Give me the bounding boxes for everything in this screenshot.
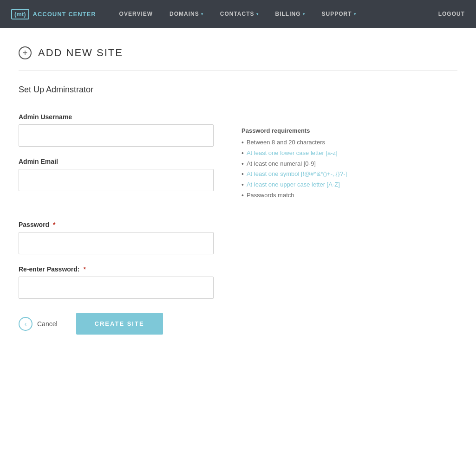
nav-label-domains: DOMAINS xyxy=(170,11,199,17)
pw-requirements-title: Password requirements xyxy=(241,127,457,134)
pw-req-text: At least one numeral [0-9] xyxy=(247,160,316,167)
page-title: ADD NEW SITE xyxy=(38,47,123,59)
form-left: Admin Username Admin Email Password * xyxy=(19,113,214,335)
pw-req-item: At least one upper case letter [A-Z] xyxy=(241,181,457,189)
pw-req-text: At least one upper case letter [A-Z] xyxy=(247,181,340,188)
pw-req-text: Between 8 and 20 characters xyxy=(247,139,325,146)
reenter-password-input[interactable] xyxy=(19,277,214,299)
main-content: + ADD NEW SITE Set Up Adminstrator Admin… xyxy=(0,28,476,353)
nav-label-billing: BILLING xyxy=(275,11,301,17)
chevron-down-icon: ▾ xyxy=(256,12,259,16)
reenter-password-label: Re-enter Password: * xyxy=(19,265,214,273)
add-icon: + xyxy=(19,46,32,59)
pw-req-item: Between 8 and 20 characters xyxy=(241,139,457,147)
email-label: Admin Email xyxy=(19,158,214,165)
email-group: Admin Email xyxy=(19,158,214,191)
form-section: Admin Username Admin Email Password * xyxy=(19,113,457,335)
create-site-button[interactable]: CREATE SITE xyxy=(76,313,163,335)
back-icon: ‹ xyxy=(19,317,33,331)
nav-label-support: SUPPORT xyxy=(322,11,352,17)
reenter-password-group: Re-enter Password: * xyxy=(19,265,214,299)
logout-button[interactable]: LOGOUT xyxy=(438,11,465,17)
pw-req-item: At least one lower case letter [a-z] xyxy=(241,149,457,157)
email-input[interactable] xyxy=(19,169,214,191)
nav-item-contacts[interactable]: CONTACTS ▾ xyxy=(212,0,267,28)
pw-req-text: Passwords match xyxy=(247,192,294,199)
page-title-row: + ADD NEW SITE xyxy=(19,46,457,59)
username-group: Admin Username xyxy=(19,113,214,147)
nav-item-billing[interactable]: BILLING ▾ xyxy=(267,0,313,28)
navigation: (mt) ACCOUNT CENTER OVERVIEW DOMAINS ▾ C… xyxy=(0,0,476,28)
chevron-down-icon: ▾ xyxy=(354,12,356,16)
pw-req-item: At least one numeral [0-9] xyxy=(241,160,457,168)
nav-label-overview: OVERVIEW xyxy=(119,11,153,17)
chevron-down-icon: ▾ xyxy=(201,12,203,16)
logo-badge: (mt) xyxy=(11,9,29,19)
cancel-button[interactable]: ‹ Cancel xyxy=(19,317,58,331)
pw-req-item: At least one symbol [!@#^&*()+-,.{}?-] xyxy=(241,170,457,178)
nav-links: OVERVIEW DOMAINS ▾ CONTACTS ▾ BILLING ▾ … xyxy=(111,0,438,28)
nav-item-overview[interactable]: OVERVIEW xyxy=(111,0,161,28)
nav-item-domains[interactable]: DOMAINS ▾ xyxy=(161,0,212,28)
pw-req-text: At least one symbol [!@#^&*()+-,.{}?-] xyxy=(247,170,347,177)
pw-requirements-list: Between 8 and 20 characters At least one… xyxy=(241,139,457,200)
section-title: Set Up Adminstrator xyxy=(19,85,457,95)
logo[interactable]: (mt) ACCOUNT CENTER xyxy=(11,9,96,19)
divider xyxy=(19,71,457,71)
chevron-down-icon: ▾ xyxy=(303,12,305,16)
nav-label-contacts: CONTACTS xyxy=(220,11,254,17)
logo-text: ACCOUNT CENTER xyxy=(33,11,96,18)
password-group: Password * xyxy=(19,221,214,254)
password-input[interactable] xyxy=(19,232,214,254)
password-required-marker: * xyxy=(53,221,55,228)
nav-item-support[interactable]: SUPPORT ▾ xyxy=(313,0,365,28)
form-actions: ‹ Cancel CREATE SITE xyxy=(19,313,214,335)
reenter-required-marker: * xyxy=(83,265,85,273)
spacer xyxy=(19,202,214,221)
password-requirements: Password requirements Between 8 and 20 c… xyxy=(241,113,457,335)
username-input[interactable] xyxy=(19,124,214,147)
pw-req-item: Passwords match xyxy=(241,192,457,200)
password-label: Password * xyxy=(19,221,214,228)
cancel-label: Cancel xyxy=(37,320,58,328)
username-label: Admin Username xyxy=(19,113,214,121)
pw-req-text: At least one lower case letter [a-z] xyxy=(247,149,338,156)
